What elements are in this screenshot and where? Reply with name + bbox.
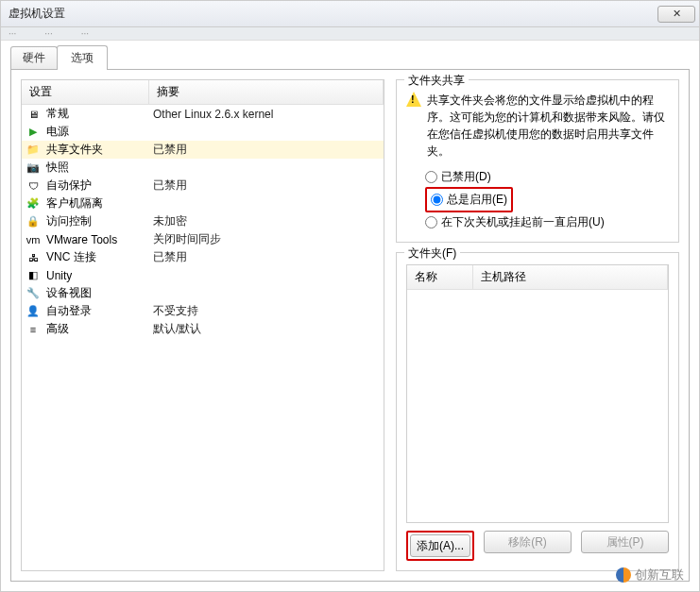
folders-table-header: 名称 主机路径 — [407, 265, 668, 290]
settings-row[interactable]: 🧩客户机隔离 — [22, 195, 384, 212]
settings-row-name: 自动保护 — [46, 178, 153, 194]
highlight-add-button: 添加(A)... — [406, 531, 474, 561]
remove-folder-button[interactable]: 移除(R) — [484, 531, 572, 553]
folder-sharing-group: 文件夹共享 共享文件夹会将您的文件显示给虚拟机中的程序。这可能为您的计算机和数据… — [396, 79, 679, 243]
titlebar: 虚拟机设置 ✕ — [1, 1, 699, 27]
folder-icon: 📁 — [26, 143, 41, 158]
col-summary: 摘要 — [149, 80, 384, 104]
settings-row-name: VNC 连接 — [46, 249, 153, 265]
settings-row-name: 电源 — [46, 124, 153, 140]
radio-until-label: 在下次关机或挂起前一直启用(U) — [441, 214, 605, 230]
close-button[interactable]: ✕ — [657, 6, 695, 23]
folders-legend: 文件夹(F) — [404, 245, 460, 262]
play-icon: ▶ — [26, 125, 41, 140]
radio-until-input[interactable] — [425, 216, 437, 228]
tab-hardware[interactable]: 硬件 — [10, 46, 58, 69]
settings-row[interactable]: 🔧设备视图 — [22, 284, 384, 302]
settings-row-summary: 未加密 — [153, 213, 380, 229]
advanced-icon: ≡ — [26, 322, 41, 337]
camera-icon: 📷 — [26, 161, 41, 176]
settings-row-name: 快照 — [46, 160, 153, 176]
settings-row-name: VMware Tools — [46, 233, 153, 246]
settings-row-name: 设备视图 — [46, 285, 153, 301]
settings-row[interactable]: vmVMware Tools关闭时间同步 — [22, 230, 384, 248]
settings-row-name: 高级 — [46, 321, 153, 337]
settings-list-body: 🖥常规Other Linux 2.6.x kernel▶电源📁共享文件夹已禁用📷… — [22, 105, 384, 570]
warning-row: 共享文件夹会将您的文件显示给虚拟机中的程序。这可能为您的计算机和数据带来风险。请… — [406, 92, 669, 160]
folders-buttons: 添加(A)... 移除(R) 属性(P) — [406, 531, 669, 561]
window-title: 虚拟机设置 — [9, 6, 65, 22]
vm-icon: vm — [26, 232, 41, 247]
settings-row[interactable]: 🖥常规Other Linux 2.6.x kernel — [22, 105, 384, 123]
folders-col-name: 名称 — [407, 265, 473, 289]
settings-row[interactable]: 📁共享文件夹已禁用 — [22, 141, 384, 159]
sharing-radios: 已禁用(D) 总是启用(E) 在下次关机或挂起前一直启用(U) — [425, 167, 669, 232]
settings-row[interactable]: ≡高级默认/默认 — [22, 320, 384, 338]
radio-always-label: 总是启用(E) — [447, 192, 507, 208]
device-icon: 🔧 — [26, 286, 41, 301]
settings-row-summary: 已禁用 — [153, 249, 380, 265]
settings-row[interactable]: 🛡自动保护已禁用 — [22, 177, 384, 195]
close-icon: ✕ — [673, 8, 681, 20]
login-icon: 👤 — [26, 304, 41, 319]
settings-row-name: 共享文件夹 — [46, 142, 153, 158]
lock-icon: 🔒 — [26, 214, 41, 229]
settings-row-name: 客户机隔离 — [46, 195, 153, 211]
folders-col-host: 主机路径 — [473, 265, 668, 289]
col-settings: 设置 — [22, 80, 149, 104]
tabstrip: 硬件 选项 — [10, 48, 690, 69]
settings-row-summary: 已禁用 — [153, 178, 380, 194]
radio-until[interactable]: 在下次关机或挂起前一直启用(U) — [425, 212, 669, 232]
settings-row[interactable]: 🖧VNC 连接已禁用 — [22, 248, 384, 266]
folder-sharing-legend: 文件夹共享 — [404, 73, 469, 89]
settings-row-name: Unity — [46, 269, 153, 282]
settings-row-summary: 已禁用 — [153, 142, 380, 158]
isolate-icon: 🧩 — [26, 196, 41, 211]
radio-disabled-input[interactable] — [425, 171, 437, 183]
settings-list: 设置 摘要 🖥常规Other Linux 2.6.x kernel▶电源📁共享文… — [21, 79, 384, 571]
shield-icon: 🛡 — [26, 178, 41, 194]
settings-row-summary: Other Linux 2.6.x kernel — [153, 108, 380, 121]
settings-row-summary: 不受支持 — [153, 303, 380, 319]
tab-content-options: 设置 摘要 🖥常规Other Linux 2.6.x kernel▶电源📁共享文… — [10, 69, 690, 582]
settings-row-name: 常规 — [46, 106, 153, 122]
folders-group: 文件夹(F) 名称 主机路径 添加(A)... 移除(R) 属性(P) — [396, 252, 679, 571]
vnc-icon: 🖧 — [26, 250, 41, 265]
vm-settings-window: 虚拟机设置 ✕ ········· 硬件 选项 设置 摘要 🖥常规Other L… — [0, 0, 700, 592]
unity-icon: ◧ — [26, 268, 41, 283]
add-folder-button[interactable]: 添加(A)... — [410, 534, 470, 557]
settings-list-header: 设置 摘要 — [22, 80, 384, 105]
folders-table: 名称 主机路径 — [406, 264, 669, 523]
settings-row[interactable]: 🔒访问控制未加密 — [22, 212, 384, 230]
radio-always-input[interactable] — [431, 194, 443, 206]
dialog-body: 硬件 选项 设置 摘要 🖥常规Other Linux 2.6.x kernel▶… — [1, 41, 699, 591]
settings-row[interactable]: ◧Unity — [22, 266, 384, 284]
right-pane: 文件夹共享 共享文件夹会将您的文件显示给虚拟机中的程序。这可能为您的计算机和数据… — [396, 79, 679, 571]
folder-properties-button[interactable]: 属性(P) — [581, 531, 669, 553]
background-blur-menu: ········· — [1, 27, 699, 41]
settings-row-summary: 默认/默认 — [153, 321, 380, 337]
highlight-always-enabled: 总是启用(E) — [425, 187, 513, 212]
warning-icon — [406, 92, 421, 107]
monitor-icon: 🖥 — [26, 107, 41, 122]
settings-row[interactable]: ▶电源 — [22, 123, 384, 141]
tab-options[interactable]: 选项 — [57, 45, 108, 70]
settings-row[interactable]: 👤自动登录不受支持 — [22, 302, 384, 320]
radio-disabled[interactable]: 已禁用(D) — [425, 167, 669, 187]
settings-row-name: 访问控制 — [46, 213, 153, 229]
warning-text: 共享文件夹会将您的文件显示给虚拟机中的程序。这可能为您的计算机和数据带来风险。请… — [427, 92, 669, 160]
folders-empty-area — [407, 290, 668, 522]
settings-row-summary: 关闭时间同步 — [153, 231, 380, 247]
settings-row[interactable]: 📷快照 — [22, 159, 384, 177]
radio-disabled-label: 已禁用(D) — [441, 169, 491, 185]
settings-row-name: 自动登录 — [46, 303, 153, 319]
radio-always[interactable]: 总是启用(E) — [431, 190, 507, 210]
